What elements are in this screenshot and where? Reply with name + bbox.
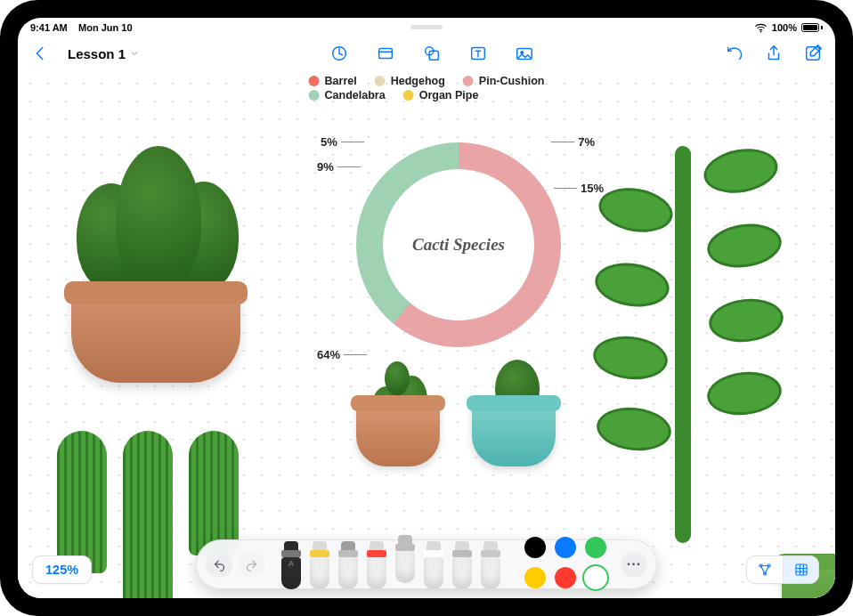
swatch-picker[interactable] [585, 567, 606, 588]
app-toolbar: Lesson 1 [18, 36, 835, 71]
legend-item-pincushion: Pin-Cushion [463, 75, 545, 87]
status-time: 9:41 AM [30, 22, 68, 33]
swatch-red[interactable] [555, 567, 576, 588]
chart-legend: Barrel Hedgehog Pin-Cushion Candelabra O… [309, 75, 545, 101]
chevron-down-icon [129, 46, 140, 61]
legend-item-candelabra: Candelabra [309, 89, 386, 101]
callout-candelabra: 9% [317, 160, 364, 174]
markup-undo-button[interactable] [206, 551, 232, 578]
view-controls [746, 555, 819, 584]
markup-more-button[interactable]: ··· [621, 551, 647, 578]
drawing-tools: A [279, 539, 503, 589]
sketch-succulent-right[interactable] [605, 107, 775, 543]
tool-fill[interactable] [393, 533, 418, 583]
undo-button[interactable] [723, 42, 746, 65]
markup-redo-button [238, 551, 264, 578]
svg-point-0 [760, 30, 761, 32]
svg-rect-9 [807, 47, 820, 61]
compose-button[interactable] [801, 42, 825, 65]
shapes-button[interactable] [420, 42, 443, 65]
svg-point-8 [520, 52, 523, 54]
sticky-note-button[interactable] [374, 42, 397, 65]
donut-chart[interactable]: Cacti Species 7% 15% 64% 9% 5% [356, 142, 561, 347]
tool-ruler[interactable] [478, 539, 503, 589]
swatch-yellow[interactable] [524, 567, 546, 588]
tool-crayon[interactable] [364, 539, 389, 589]
zoom-level-button[interactable]: 125% [32, 555, 92, 584]
document-title-menu[interactable]: Lesson 1 [68, 46, 140, 61]
status-date: Mon Jun 10 [78, 22, 133, 33]
tool-pencil[interactable] [336, 539, 361, 589]
screen: 9:41 AM Mon Jun 10 100% [18, 18, 835, 598]
grid-view-button[interactable] [783, 556, 818, 583]
tool-eraser[interactable] [421, 539, 446, 589]
callout-hedgehog: 15% [550, 182, 604, 195]
swatch-black[interactable] [524, 537, 546, 558]
multitask-grabber[interactable] [410, 25, 443, 29]
svg-rect-2 [378, 49, 392, 59]
back-button[interactable] [28, 42, 52, 65]
battery-percent: 100% [772, 22, 797, 33]
media-button[interactable] [513, 42, 536, 65]
swatch-green[interactable] [585, 537, 606, 558]
callout-pincushion: 64% [317, 348, 370, 361]
board-canvas[interactable]: Barrel Hedgehog Pin-Cushion Candelabra O… [18, 71, 835, 598]
status-right: 100% [754, 22, 823, 33]
tool-marker[interactable] [307, 539, 332, 589]
callout-barrel: 7% [548, 135, 595, 149]
battery-icon [801, 23, 823, 32]
svg-rect-13 [796, 564, 807, 575]
text-box-button[interactable] [467, 42, 490, 65]
legend-item-barrel: Barrel [309, 75, 357, 87]
draw-tool-button[interactable] [328, 42, 351, 65]
swatch-blue[interactable] [555, 537, 576, 558]
wifi-icon [754, 23, 768, 33]
legend-item-hedgehog: Hedgehog [375, 75, 445, 87]
zoom-level: 125% [45, 563, 78, 577]
connectors-view-button[interactable] [747, 556, 783, 583]
tool-lasso[interactable] [450, 539, 475, 589]
legend-item-organpipe: Organ Pipe [403, 89, 479, 101]
ipad-frame: 9:41 AM Mon Jun 10 100% [0, 0, 853, 616]
status-left: 9:41 AM Mon Jun 10 [30, 22, 133, 33]
tool-pen[interactable]: A [279, 539, 304, 589]
chart-title: Cacti Species [412, 235, 505, 255]
share-button[interactable] [762, 42, 785, 65]
document-title: Lesson 1 [68, 46, 126, 61]
callout-organpipe: 5% [321, 135, 368, 149]
markup-toolbar: A ··· [196, 539, 657, 589]
color-swatches [524, 537, 610, 592]
